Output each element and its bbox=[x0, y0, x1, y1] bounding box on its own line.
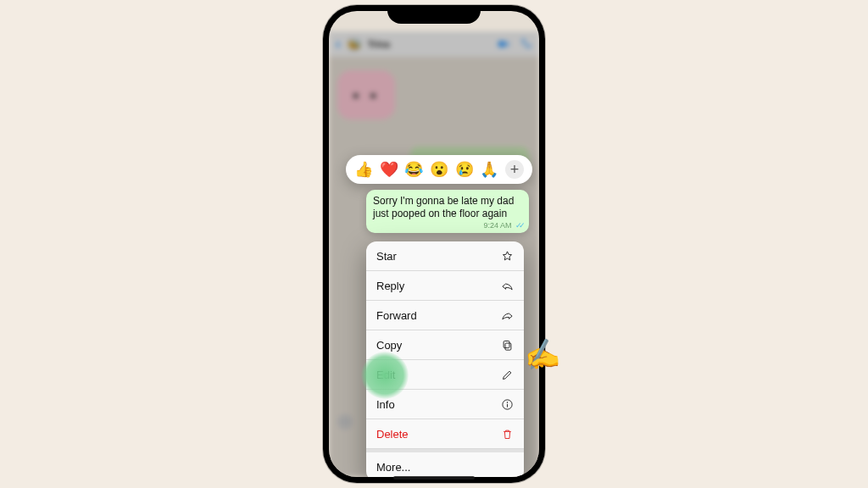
home-indicator bbox=[393, 476, 475, 480]
hand-pointer-emoji: ✍️ bbox=[521, 335, 561, 373]
menu-item-info[interactable]: Info bbox=[366, 390, 524, 419]
svg-rect-1 bbox=[505, 343, 511, 350]
phone-frame: ‹ 🐝 Trina ● ● 👍 ❤️ bbox=[323, 5, 545, 483]
menu-item-reply[interactable]: Reply bbox=[366, 271, 524, 301]
star-icon bbox=[501, 250, 514, 263]
menu-label: Forward bbox=[376, 309, 417, 322]
menu-label: Info bbox=[376, 398, 395, 411]
reaction-laugh[interactable]: 😂 bbox=[404, 162, 423, 177]
menu-label: Star bbox=[376, 250, 397, 263]
forward-icon bbox=[501, 309, 514, 322]
message-meta: 9:24 AM ✓✓ bbox=[373, 221, 522, 230]
context-menu: Star Reply Forward Copy bbox=[366, 241, 524, 477]
menu-item-star[interactable]: Star bbox=[366, 241, 524, 271]
message-time: 9:24 AM bbox=[483, 221, 511, 230]
selected-message-bubble[interactable]: Sorry I'm gonna be late my dad just poop… bbox=[366, 190, 529, 233]
reaction-heart[interactable]: ❤️ bbox=[380, 162, 398, 177]
read-ticks-icon: ✓✓ bbox=[515, 221, 522, 230]
reply-icon bbox=[501, 280, 514, 292]
info-icon bbox=[501, 398, 514, 411]
message-text: Sorry I'm gonna be late my dad just poop… bbox=[373, 195, 522, 220]
svg-point-5 bbox=[507, 402, 508, 402]
menu-item-forward[interactable]: Forward bbox=[366, 301, 524, 330]
pencil-icon bbox=[501, 369, 514, 381]
phone-screen: ‹ 🐝 Trina ● ● 👍 ❤️ bbox=[329, 11, 539, 477]
menu-label: Reply bbox=[376, 280, 404, 292]
copy-icon bbox=[501, 339, 514, 352]
menu-item-copy[interactable]: Copy bbox=[366, 330, 524, 360]
menu-item-delete[interactable]: Delete bbox=[366, 419, 524, 449]
menu-label: More... bbox=[376, 461, 410, 474]
menu-label: Copy bbox=[376, 339, 402, 352]
reaction-sad[interactable]: 😢 bbox=[455, 162, 474, 177]
phone-notch bbox=[387, 5, 481, 24]
menu-item-more[interactable]: More... bbox=[366, 449, 524, 477]
reaction-thumbs-up[interactable]: 👍 bbox=[354, 162, 373, 177]
menu-item-edit[interactable]: Edit bbox=[366, 360, 524, 390]
trash-icon bbox=[501, 428, 514, 441]
menu-label: Edit bbox=[376, 369, 395, 381]
menu-label: Delete bbox=[376, 428, 409, 441]
reaction-bar: 👍 ❤️ 😂 😮 😢 🙏 + bbox=[346, 155, 532, 184]
svg-rect-2 bbox=[504, 341, 509, 347]
reaction-pray[interactable]: 🙏 bbox=[480, 162, 498, 177]
reaction-wow[interactable]: 😮 bbox=[430, 162, 448, 177]
reaction-add-icon[interactable]: + bbox=[505, 160, 524, 179]
